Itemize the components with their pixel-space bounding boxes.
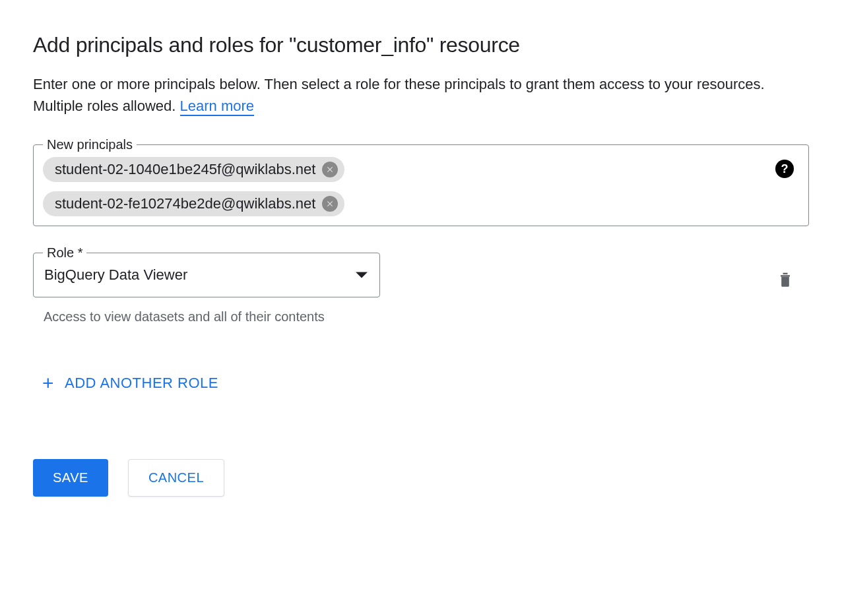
chevron-down-icon <box>356 272 368 278</box>
new-principals-field[interactable]: New principals student-02-1040e1be245f@q… <box>33 144 809 226</box>
new-principals-label: New principals <box>43 137 137 152</box>
role-select-value: BigQuery Data Viewer <box>44 266 187 283</box>
principal-chip: student-02-fe10274be2de@qwiklabs.net <box>43 191 344 216</box>
plus-icon: + <box>42 373 54 393</box>
role-description: Access to view datasets and all of their… <box>44 307 367 327</box>
action-buttons-row: SAVE CANCEL <box>33 459 809 497</box>
help-icon[interactable]: ? <box>775 160 794 178</box>
remove-chip-icon[interactable] <box>322 196 338 212</box>
cancel-button[interactable]: CANCEL <box>128 459 224 497</box>
add-role-label: ADD ANOTHER ROLE <box>65 375 218 392</box>
remove-chip-icon[interactable] <box>322 162 338 177</box>
principal-chip-text: student-02-1040e1be245f@qwiklabs.net <box>55 161 315 178</box>
role-select[interactable]: Role * BigQuery Data Viewer <box>33 253 380 297</box>
principals-chips-wrapper: student-02-1040e1be245f@qwiklabs.net stu… <box>43 157 799 216</box>
page-title: Add principals and roles for "customer_i… <box>33 33 809 57</box>
role-row: Role * BigQuery Data Viewer <box>33 253 809 297</box>
page-description: Enter one or more principals below. Then… <box>33 73 809 117</box>
description-text: Enter one or more principals below. Then… <box>33 76 765 114</box>
principal-chip: student-02-1040e1be245f@qwiklabs.net <box>43 157 344 182</box>
delete-role-button[interactable] <box>776 268 794 292</box>
save-button[interactable]: SAVE <box>33 459 108 497</box>
role-select-container: Role * BigQuery Data Viewer <box>33 253 380 297</box>
principal-chip-text: student-02-fe10274be2de@qwiklabs.net <box>55 195 315 212</box>
learn-more-link[interactable]: Learn more <box>180 98 255 116</box>
add-another-role-button[interactable]: + ADD ANOTHER ROLE <box>42 373 218 393</box>
role-select-label: Role * <box>43 245 86 261</box>
